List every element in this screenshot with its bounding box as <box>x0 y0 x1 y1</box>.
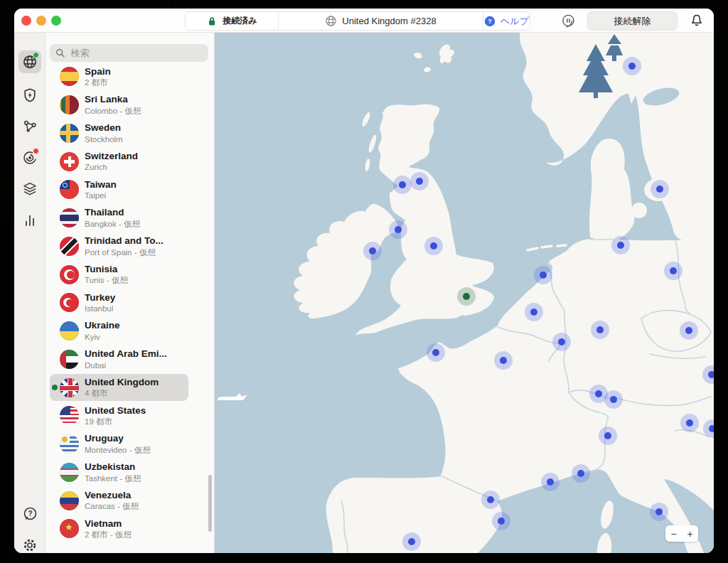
country-flag-icon <box>60 321 79 341</box>
country-name: Sweden <box>85 122 123 134</box>
country-row[interactable]: Taiwan Taipei <box>46 176 214 204</box>
zoom-in-button[interactable]: + <box>682 525 698 542</box>
zoom-window-button[interactable] <box>51 16 61 26</box>
server-marker[interactable] <box>651 180 669 198</box>
country-row[interactable]: Uruguay Montevideo - 仮想 <box>46 430 214 459</box>
server-marker[interactable] <box>534 266 552 284</box>
sidebar-item-threat-protection[interactable] <box>18 84 41 107</box>
help-button[interactable]: ? ヘルプ <box>483 12 530 30</box>
speed-bars-icon <box>21 212 38 229</box>
server-marker[interactable] <box>680 414 699 432</box>
server-marker[interactable] <box>393 176 412 194</box>
country-subtitle: Istanbul <box>85 304 115 313</box>
server-marker[interactable] <box>623 57 641 75</box>
country-row[interactable]: Trinidad and To... Port of Spain - 仮想 <box>46 232 214 261</box>
sidebar-item-meshnet[interactable] <box>18 115 41 138</box>
country-row[interactable]: Uzbekistan Tashkent - 仮想 <box>46 459 214 487</box>
connection-status: 接続済み <box>186 12 278 30</box>
server-marker[interactable] <box>481 490 500 509</box>
server-marker[interactable] <box>525 303 543 321</box>
server-name: United Kingdom #2328 <box>342 16 436 26</box>
server-marker[interactable] <box>427 343 445 362</box>
country-row[interactable]: United Kingdom 4 都市 <box>46 373 214 402</box>
disconnect-button[interactable]: 接続解除 <box>587 11 678 31</box>
server-marker[interactable] <box>410 172 429 191</box>
server-marker[interactable] <box>402 532 421 551</box>
country-flag-icon <box>60 350 79 369</box>
meshnet-icon <box>21 118 38 135</box>
notifications-button[interactable] <box>690 14 704 30</box>
server-marker[interactable] <box>591 321 609 339</box>
server-marker[interactable] <box>604 390 623 409</box>
sidebar-item-presets[interactable] <box>18 178 41 200</box>
server-marker[interactable] <box>650 503 668 521</box>
country-subtitle: Bangkok - 仮想 <box>85 219 140 229</box>
country-name: Switzerland <box>85 151 138 162</box>
country-flag-icon <box>60 208 79 227</box>
search-input[interactable] <box>70 47 203 59</box>
current-server[interactable]: United Kingdom #2328 <box>278 12 483 30</box>
country-row[interactable]: Sweden Stockholm <box>46 119 214 148</box>
titlebar: 接続済み United Kingdom #2328 ? ヘルプ <box>14 9 714 33</box>
country-flag-icon <box>60 124 79 143</box>
server-marker[interactable] <box>492 512 510 530</box>
country-row[interactable]: Venezuela Caracas - 仮想 <box>46 486 214 515</box>
minimize-window-button[interactable] <box>36 16 46 26</box>
sidebar-item-speed-test[interactable] <box>18 209 41 232</box>
search-box[interactable] <box>50 44 208 62</box>
map-zoom-controls: − + <box>665 525 698 542</box>
server-marker[interactable] <box>599 427 617 445</box>
country-row[interactable]: Turkey Istanbul <box>46 289 214 317</box>
sidebar: ? <box>14 33 46 553</box>
country-row[interactable]: United States 19 都市 <box>46 402 214 430</box>
sidebar-item-settings[interactable] <box>18 534 41 553</box>
country-name: Trinidad and To... <box>85 235 164 247</box>
sidebar-item-map[interactable] <box>18 50 41 73</box>
country-row[interactable]: Spain 2 都市 <box>46 63 214 91</box>
scrollbar-thumb[interactable] <box>208 475 212 532</box>
country-subtitle: Colombo - 仮想 <box>85 106 141 116</box>
server-marker[interactable] <box>389 220 407 239</box>
country-flag-icon <box>60 434 79 454</box>
country-subtitle: Port of Spain - 仮想 <box>85 247 164 257</box>
server-marker[interactable] <box>424 237 443 255</box>
settings-gear-icon <box>21 537 38 553</box>
connection-toolbar: 接続済み United Kingdom #2328 ? ヘルプ <box>185 11 530 31</box>
country-row[interactable]: Tunisia Tunis - 仮想 <box>46 260 214 289</box>
country-row[interactable]: Thailand Bangkok - 仮想 <box>46 204 214 232</box>
country-name: Uzbekistan <box>85 461 141 473</box>
server-marker[interactable] <box>494 351 513 370</box>
country-flag-icon <box>60 152 79 171</box>
country-row[interactable]: Sri Lanka Colombo - 仮想 <box>46 91 214 119</box>
zoom-out-button[interactable]: − <box>665 525 682 542</box>
country-row[interactable]: Switzerland Zurich <box>46 147 214 176</box>
server-marker[interactable] <box>572 464 590 483</box>
country-flag-icon <box>60 67 79 86</box>
country-name: Sri Lanka <box>85 94 141 105</box>
server-marker[interactable] <box>541 473 560 491</box>
world-map[interactable]: − + <box>215 33 714 553</box>
country-row[interactable]: United Arab Emi... Dubai <box>46 345 214 374</box>
connected-badge <box>33 52 39 58</box>
sidebar-item-support[interactable]: ? <box>18 503 41 525</box>
pause-connection-button[interactable] <box>559 13 576 31</box>
country-row[interactable]: Vietnam 2 都市 - 仮想 <box>46 515 214 543</box>
country-subtitle: Stockholm <box>85 134 123 144</box>
server-marker[interactable] <box>664 262 682 280</box>
country-row[interactable]: Ukraine Kyiv <box>46 317 214 345</box>
connected-server-marker[interactable] <box>457 287 476 306</box>
country-flag-icon <box>60 95 79 114</box>
desktop-background: 接続済み United Kingdom #2328 ? ヘルプ <box>0 0 728 563</box>
country-subtitle: Kyiv <box>85 332 120 342</box>
server-marker[interactable] <box>363 242 382 260</box>
ship-illustration <box>218 393 247 400</box>
country-subtitle: Montevideo - 仮想 <box>85 445 151 455</box>
server-marker[interactable] <box>552 333 571 351</box>
country-subtitle: Dubai <box>85 360 167 370</box>
sidebar-item-dark-web-monitor[interactable] <box>18 146 41 169</box>
server-marker[interactable] <box>680 321 698 340</box>
server-marker[interactable] <box>611 236 630 254</box>
lock-icon <box>206 16 218 27</box>
close-window-button[interactable] <box>21 16 31 26</box>
presets-layers-icon <box>21 181 38 198</box>
